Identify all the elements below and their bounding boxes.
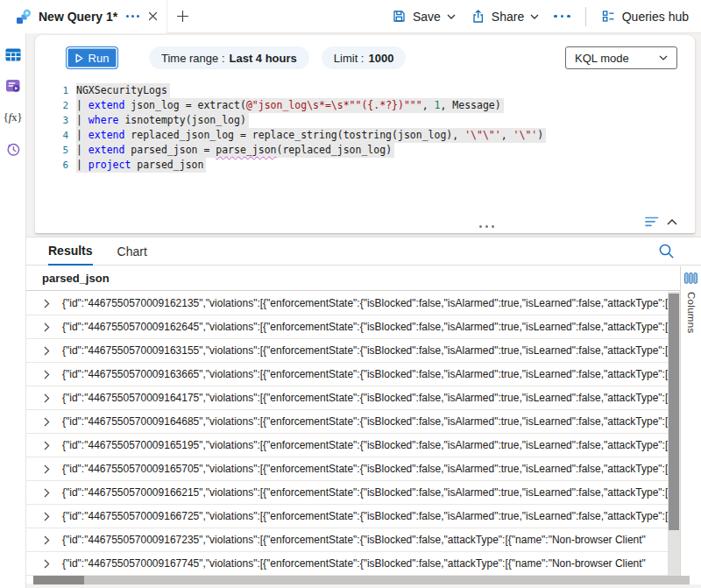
row-json-text: {"id":"4467550570009162135","violations"… — [62, 297, 668, 309]
line-number: 6 — [35, 158, 68, 173]
line-number: 5 — [35, 143, 68, 158]
results-panel: Results Chart parsed_json {"id":"4467550… — [26, 237, 701, 584]
run-button[interactable]: Run — [66, 46, 118, 69]
share-label: Share — [492, 10, 524, 24]
share-icon — [471, 9, 485, 24]
code-text: | extend replaced_json_log = replace_str… — [76, 128, 546, 143]
table-row[interactable]: {"id":"4467550570009166215","violations"… — [26, 481, 668, 505]
columns-panel-label: Columns — [686, 292, 697, 333]
grid-column-header[interactable]: parsed_json — [26, 266, 680, 291]
horizontal-scrollbar-thumb[interactable] — [33, 576, 84, 584]
table-data-icon[interactable] — [5, 46, 21, 62]
collapse-editor-chevron-up-icon[interactable] — [667, 219, 677, 225]
line-number: 4 — [35, 128, 68, 143]
limit-label: Limit : — [334, 52, 365, 65]
line-number: 1 — [35, 83, 68, 98]
topbar-actions: Save Share — [392, 7, 701, 26]
left-rail: {fx} — [0, 33, 26, 588]
expand-row-chevron-icon[interactable] — [44, 393, 51, 403]
code-lines: 1 NGXSecurityLogs 2 | extend json_log = … — [35, 83, 686, 173]
vertical-scrollbar-thumb[interactable] — [669, 294, 679, 530]
table-row[interactable]: {"id":"4467550570009166725","violations"… — [26, 505, 668, 528]
table-row[interactable]: {"id":"4467550570009167235","violations"… — [26, 528, 668, 552]
tab-results[interactable]: Results — [48, 244, 93, 266]
row-json-text: {"id":"4467550570009162645","violations"… — [62, 321, 668, 333]
new-tab-button[interactable] — [176, 10, 189, 23]
save-icon — [392, 9, 407, 24]
code-line: 6 | project parsed_json — [35, 158, 686, 173]
table-row[interactable]: {"id":"4467550570009165705","violations"… — [26, 457, 668, 481]
code-text: | project parsed_json — [76, 158, 206, 173]
table-row[interactable]: {"id":"4467550570009164685","violations"… — [26, 410, 668, 434]
run-label: Run — [89, 52, 110, 65]
tab-close-icon[interactable] — [148, 11, 158, 21]
row-json-text: {"id":"4467550570009167235","violations"… — [62, 534, 646, 546]
columns-side-panel[interactable]: Columns — [680, 266, 701, 584]
row-json-text: {"id":"4467550570009167745","violations"… — [62, 557, 646, 570]
table-row[interactable]: {"id":"4467550570009164175","violations"… — [26, 386, 668, 410]
expand-row-chevron-icon[interactable] — [44, 370, 51, 379]
functions-icon[interactable]: {fx} — [5, 110, 21, 125]
time-range-value: Last 4 hours — [230, 52, 297, 65]
expand-row-chevron-icon[interactable] — [44, 464, 51, 474]
share-button[interactable]: Share — [471, 9, 539, 24]
vertical-scrollbar[interactable] — [668, 292, 680, 576]
save-button[interactable]: Save — [392, 9, 456, 24]
search-icon[interactable] — [658, 243, 675, 259]
save-label: Save — [413, 10, 441, 24]
expand-row-chevron-icon[interactable] — [44, 488, 51, 498]
limit-selector[interactable]: Limit : 1000 — [322, 46, 407, 69]
table-row[interactable]: {"id":"4467550570009165195","violations"… — [26, 434, 668, 457]
code-text: | where isnotempty(json_log) — [76, 113, 249, 128]
code-text: NGXSecurityLogs — [76, 83, 170, 98]
table-row[interactable]: {"id":"4467550570009163665","violations"… — [26, 363, 668, 386]
time-range-selector[interactable]: Time range : Last 4 hours — [149, 46, 309, 69]
queries-hub-label: Queries hub — [622, 10, 689, 24]
code-line: 5 | extend parsed_json = parse_json(repl… — [35, 143, 686, 158]
toolbar-divider — [585, 7, 586, 26]
table-row[interactable]: {"id":"4467550570009162645","violations"… — [26, 315, 668, 339]
table-row[interactable]: {"id":"4467550570009162135","violations"… — [26, 292, 668, 315]
tab-title: New Query 1* — [39, 10, 117, 24]
expand-row-chevron-icon[interactable] — [44, 512, 51, 521]
expand-row-chevron-icon[interactable] — [44, 535, 51, 545]
expand-row-chevron-icon[interactable] — [44, 346, 51, 356]
table-row[interactable]: {"id":"4467550570009167745","violations"… — [26, 552, 668, 576]
horizontal-scrollbar[interactable] — [33, 576, 690, 584]
tab-chart[interactable]: Chart — [117, 244, 147, 265]
table-row[interactable]: {"id":"4467550570009163155","violations"… — [26, 339, 668, 363]
panel-splitter-handle[interactable] — [479, 225, 494, 228]
query-tab[interactable]: New Query 1* — [0, 0, 167, 33]
queries-hub-button[interactable]: Queries hub — [601, 9, 689, 24]
row-json-text: {"id":"4467550570009163665","violations"… — [62, 368, 668, 380]
expand-row-chevron-icon[interactable] — [44, 559, 51, 569]
adx-query-icon — [16, 9, 32, 25]
row-json-text: {"id":"4467550570009164175","violations"… — [62, 392, 668, 404]
play-icon — [75, 53, 83, 63]
tab-more-icon[interactable] — [124, 15, 141, 18]
row-json-text: {"id":"4467550570009165195","violations"… — [62, 439, 668, 451]
hide-empty-columns-icon[interactable] — [645, 216, 659, 227]
column-name: parsed_json — [42, 272, 110, 285]
expand-row-chevron-icon[interactable] — [44, 417, 51, 427]
more-actions-icon[interactable] — [554, 15, 570, 18]
top-bar: New Query 1* Save — [0, 0, 701, 33]
code-line: 2 | extend json_log = extract(@"json_log… — [35, 98, 686, 113]
query-editor-card: Run Time range : Last 4 hours Limit : 10… — [35, 35, 695, 233]
row-json-text: {"id":"4467550570009165705","violations"… — [62, 463, 668, 475]
results-rows: {"id":"4467550570009162135","violations"… — [26, 292, 668, 576]
code-text: | extend parsed_json = parse_json(replac… — [76, 143, 394, 158]
query-history-icon[interactable] — [5, 141, 21, 157]
expand-row-chevron-icon[interactable] — [44, 299, 51, 308]
row-json-text: {"id":"4467550570009163155","violations"… — [62, 344, 668, 357]
query-mode-select[interactable]: KQL mode — [565, 46, 677, 69]
time-range-label: Time range : — [161, 52, 225, 65]
line-number: 2 — [35, 98, 68, 113]
saved-queries-icon[interactable] — [5, 78, 21, 94]
query-toolbar: Run Time range : Last 4 hours Limit : 10… — [35, 35, 695, 79]
expand-row-chevron-icon[interactable] — [44, 441, 51, 450]
query-mode-value: KQL mode — [575, 52, 629, 65]
expand-row-chevron-icon[interactable] — [44, 322, 51, 332]
mode-chevron-down-icon — [659, 55, 668, 60]
code-editor[interactable]: 1 NGXSecurityLogs 2 | extend json_log = … — [35, 83, 686, 173]
